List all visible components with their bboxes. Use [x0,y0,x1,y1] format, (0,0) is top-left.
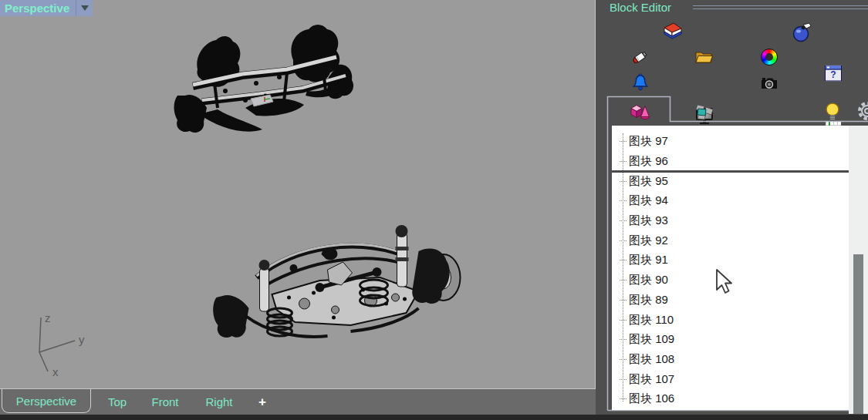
suspension-model-bottom [212,223,463,347]
block-list-item[interactable]: 图块 106 [612,389,849,409]
viewport-title-bar[interactable]: Perspective [0,0,93,16]
block-item-label[interactable]: 图块 97 [629,134,668,149]
viewport-tab-right[interactable]: Right [196,389,242,415]
viewport-tab-label: Top [108,395,127,408]
tree-dash [620,359,627,360]
unwrap-icon[interactable] [693,102,714,121]
block-item-label[interactable]: 图块 106 [629,391,674,406]
tree-dash [620,280,627,281]
block-list-item[interactable]: 图块 94 [612,191,849,211]
block-item-label[interactable]: 图块 96 [629,154,668,169]
bottom-edge-strip [0,415,868,420]
block-item-label[interactable]: 图块 89 [629,293,668,307]
block-item-label[interactable]: 图块 107 [629,372,674,387]
block-item-label[interactable]: 图块 109 [629,332,674,347]
add-viewport-tab-button[interactable]: + [250,389,275,415]
list-scrollbar-track[interactable] [849,126,868,414]
tree-dash [620,379,627,380]
suspension-model-top [171,22,356,137]
tree-dash [620,320,627,321]
block-item-label[interactable]: 图块 90 [629,273,668,287]
application-window: Perspective z y x Block Editor [0,0,868,420]
block-list-item[interactable]: 图块 91 [612,250,849,270]
paint-tube-icon[interactable] [631,48,650,66]
block-list-item[interactable]: 图块 109 [612,330,849,350]
block-list-item[interactable]: 图块 107 [612,369,849,389]
tree-dash [620,141,627,142]
block-list-item[interactable]: 图块 97 [612,132,849,152]
tree-dash [620,398,627,399]
block-item-label[interactable]: 图块 91 [629,253,668,267]
panel-title-rule [693,8,868,9]
panel-title-rule [693,5,868,6]
viewport-tab-front[interactable]: Front [141,389,189,415]
panel-title: Block Editor [610,1,671,14]
plus-icon: + [258,395,266,410]
viewport-tab-top[interactable]: Top [100,389,135,415]
viewport-tab-label: Front [151,395,178,408]
chevron-down-icon [81,5,89,11]
block-list-item[interactable]: 图块 93 [612,211,849,231]
gear-icon[interactable] [855,99,868,123]
block-item-label[interactable]: 图块 93 [629,213,668,228]
perspective-viewport[interactable]: Perspective z y x [0,0,596,389]
block-list-item[interactable]: 图块 89 [612,291,849,311]
block-editor-panel: Block Editor [596,0,868,420]
viewport-tab-label: Right [205,395,232,408]
lightbulb-icon[interactable] [824,102,841,122]
tree-dash [620,339,627,340]
axis-y-label: y [79,333,85,346]
axis-z-label: z [45,311,51,324]
block-list-item[interactable]: 图块 108 [612,350,849,370]
blocks-icon[interactable] [629,103,650,121]
block-item-label[interactable]: 图块 95 [629,174,668,189]
block-item-label[interactable]: 图块 108 [629,352,674,367]
block-list-item[interactable]: 图块 96 [612,152,849,172]
viewport-menu-button[interactable] [76,0,93,16]
tree-dash [620,200,627,201]
viewport-tab-label: Perspective [16,395,76,408]
bell-icon[interactable] [631,73,650,92]
axis-gnomon: z y x [22,310,106,383]
drop-insertion-line [612,170,849,173]
viewport-tab-perspective[interactable]: Perspective [2,389,91,413]
help-icon[interactable]: ? [825,66,842,82]
block-list-item[interactable]: 图块 90 [612,270,849,291]
tree-dash [620,181,627,182]
tree-dash [620,161,627,162]
bomb-icon[interactable] [792,22,812,42]
block-list-item[interactable]: 图块 110 [612,310,849,330]
color-wheel-icon[interactable] [761,49,778,66]
question-glyph: ? [826,69,841,80]
block-item-label[interactable]: 图块 92 [629,234,668,248]
block-item-label[interactable]: 图块 94 [629,193,668,208]
list-scrollbar-thumb[interactable] [853,254,863,414]
axis-x-label: x [52,365,59,378]
folder-icon[interactable] [694,49,713,66]
viewport-title[interactable]: Perspective [0,2,76,15]
tree-dash [620,260,627,260]
block-item-label[interactable]: 图块 110 [629,313,674,328]
tree-dash [620,300,627,301]
block-list-item[interactable]: 图块 95 [612,171,849,191]
block-list-item[interactable]: 图块 92 [612,230,849,250]
wedge-icon[interactable] [664,22,682,39]
tree-dash [620,220,627,221]
camera-icon[interactable] [760,74,778,91]
block-list[interactable]: 图块 97 图块 96 图块 95 图块 94 图块 93 图块 92 图块 9… [612,126,849,410]
tree-dash [620,240,627,241]
viewport-tab-bar: Perspective Top Front Right + [0,389,596,415]
